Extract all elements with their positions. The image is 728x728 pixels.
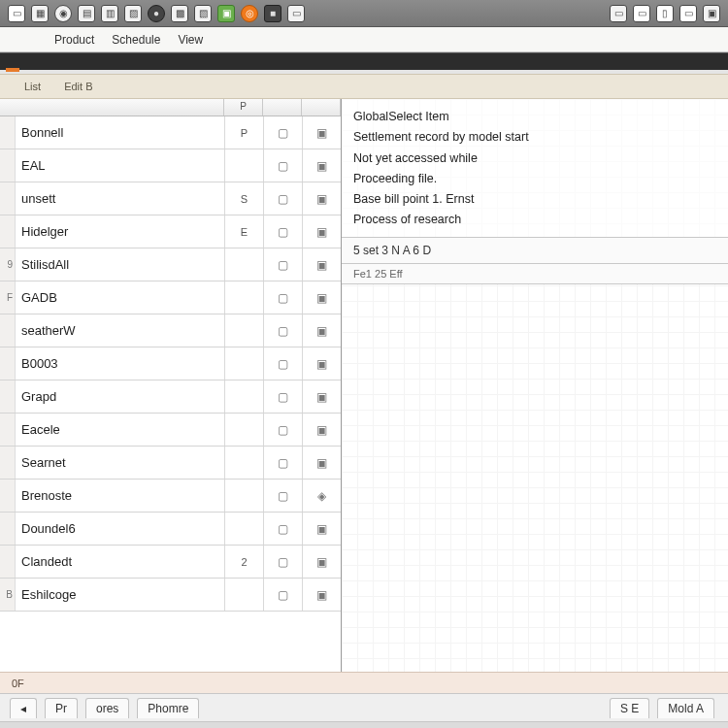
row-icon[interactable]: ▢: [263, 314, 302, 347]
row-type-icon[interactable]: ▣: [302, 182, 341, 215]
tray-icon-doc[interactable]: ▭: [8, 5, 25, 22]
tray-icon-app2[interactable]: ▤: [78, 5, 95, 22]
tab-nav-icon[interactable]: ◂: [10, 698, 37, 718]
list-header-c1[interactable]: P: [224, 99, 263, 116]
toolbar-secondary: List Edit B: [0, 74, 728, 99]
tray-icon-orange[interactable]: ◎: [241, 5, 258, 22]
row-name: Searnet: [16, 455, 224, 470]
table-row[interactable]: seatherW▢▣: [0, 314, 341, 347]
tray-icon-app6[interactable]: ▧: [194, 5, 212, 22]
tray-icon-app5[interactable]: ▩: [171, 5, 188, 22]
row-type-icon[interactable]: ▣: [302, 447, 341, 479]
row-icon[interactable]: ▢: [263, 546, 302, 578]
row-name: Clandedt: [16, 554, 224, 569]
tray-icon-dot1[interactable]: ●: [148, 5, 165, 22]
left-list-panel: P BonnellP▢▣EAL▢▣unsettS▢▣HidelgerE▢▣9St…: [0, 99, 342, 672]
row-col-1: [224, 281, 263, 314]
detail-sub-row[interactable]: 5 set 3 N A 6 D: [342, 237, 728, 264]
row-col-1: 2: [224, 546, 263, 578]
detail-line-2: Not yet accessed while: [353, 149, 716, 169]
table-row[interactable]: 9StilisdAll▢▣: [0, 248, 341, 281]
tray-icon-green[interactable]: ▣: [217, 5, 235, 22]
tray-icon-dark[interactable]: ■: [264, 5, 281, 22]
row-number: [0, 215, 16, 248]
row-icon[interactable]: ▢: [263, 281, 302, 314]
main-area: P BonnellP▢▣EAL▢▣unsettS▢▣HidelgerE▢▣9St…: [0, 99, 728, 672]
table-row[interactable]: Doundel6▢▣: [0, 513, 341, 546]
menu-view[interactable]: View: [178, 33, 203, 47]
tray-icon-right3[interactable]: ▯: [656, 5, 674, 22]
row-col-1: [224, 414, 263, 446]
tray-icon-app1[interactable]: ▦: [31, 5, 49, 22]
row-number: [0, 480, 16, 512]
tab-right-0[interactable]: S E: [610, 698, 649, 718]
row-icon[interactable]: ▢: [263, 579, 302, 611]
row-type-icon[interactable]: ◈: [302, 480, 341, 512]
tray-icon-right5[interactable]: ▣: [703, 5, 720, 22]
table-row[interactable]: Searnet▢▣: [0, 447, 341, 480]
row-type-icon[interactable]: ▣: [302, 414, 341, 446]
row-type-icon[interactable]: ▣: [302, 381, 341, 413]
table-row[interactable]: Grapd▢▣: [0, 381, 341, 414]
row-icon[interactable]: ▢: [263, 347, 302, 380]
row-icon[interactable]: ▢: [263, 248, 302, 281]
window-titlebar: [0, 52, 728, 70]
row-number: B: [0, 579, 16, 611]
table-row[interactable]: HidelgerE▢▣: [0, 215, 341, 248]
menu-product[interactable]: Product: [54, 33, 94, 47]
row-number: [0, 347, 16, 380]
tab-1[interactable]: ores: [85, 698, 129, 718]
tray-icon-right4[interactable]: ▭: [679, 5, 697, 22]
row-type-icon[interactable]: ▣: [302, 116, 341, 149]
row-icon[interactable]: ▢: [263, 215, 302, 248]
table-row[interactable]: EAL▢▣: [0, 149, 341, 182]
row-name: Grapd: [16, 389, 224, 404]
row-type-icon[interactable]: ▣: [302, 314, 341, 347]
bottom-label: 0F: [12, 678, 24, 689]
row-icon[interactable]: ▢: [263, 513, 302, 545]
row-type-icon[interactable]: ▣: [302, 347, 341, 380]
tab-right-1[interactable]: Mold A: [657, 698, 714, 718]
table-row[interactable]: BonnellP▢▣: [0, 116, 341, 149]
row-icon[interactable]: ▢: [263, 414, 302, 446]
row-icon[interactable]: ▢: [263, 480, 302, 512]
tray-icon-app3[interactable]: ▥: [101, 5, 118, 22]
row-type-icon[interactable]: ▣: [302, 149, 341, 182]
row-number: [0, 116, 16, 149]
toolbar-btn-edit[interactable]: Edit B: [57, 79, 99, 94]
menu-schedule[interactable]: Schedule: [112, 33, 160, 47]
row-type-icon[interactable]: ▣: [302, 215, 341, 248]
row-icon[interactable]: ▢: [263, 381, 302, 413]
tray-icon-right2[interactable]: ▭: [633, 5, 650, 22]
list-header-c3[interactable]: [302, 99, 341, 116]
table-row[interactable]: Brenoste▢◈: [0, 480, 341, 513]
row-type-icon[interactable]: ▣: [302, 579, 341, 611]
table-row[interactable]: unsettS▢▣: [0, 182, 341, 215]
table-row[interactable]: FGADB▢▣: [0, 281, 341, 314]
table-row[interactable]: B0003▢▣: [0, 347, 341, 381]
detail-sub-row-2[interactable]: Fe1 25 Eff: [342, 264, 728, 284]
tab-0[interactable]: Pr: [45, 698, 78, 718]
tab-bar: ◂ Pr ores Phomre S E Mold A: [0, 693, 728, 722]
row-type-icon[interactable]: ▣: [302, 513, 341, 545]
table-row[interactable]: Eacele▢▣: [0, 414, 341, 447]
tray-icon-right1[interactable]: ▭: [610, 5, 627, 22]
list-header-name[interactable]: [0, 99, 224, 116]
toolbar-btn-list[interactable]: List: [17, 79, 48, 94]
list-header-c2[interactable]: [263, 99, 302, 116]
row-number: [0, 513, 16, 545]
tab-2[interactable]: Phomre: [137, 698, 199, 718]
tray-icon-app7[interactable]: ▭: [287, 5, 305, 22]
row-type-icon[interactable]: ▣: [302, 248, 341, 281]
tray-icon-disc[interactable]: ◉: [54, 5, 72, 22]
table-row[interactable]: BEshilcoge▢▣: [0, 579, 341, 612]
tray-icon-app4[interactable]: ▨: [124, 5, 142, 22]
row-icon[interactable]: ▢: [263, 447, 302, 479]
table-row[interactable]: Clandedt2▢▣: [0, 546, 341, 579]
row-type-icon[interactable]: ▣: [302, 281, 341, 314]
row-col-1: [224, 347, 263, 380]
row-icon[interactable]: ▢: [263, 182, 302, 215]
row-type-icon[interactable]: ▣: [302, 546, 341, 578]
row-icon[interactable]: ▢: [263, 116, 302, 149]
row-icon[interactable]: ▢: [263, 149, 302, 182]
